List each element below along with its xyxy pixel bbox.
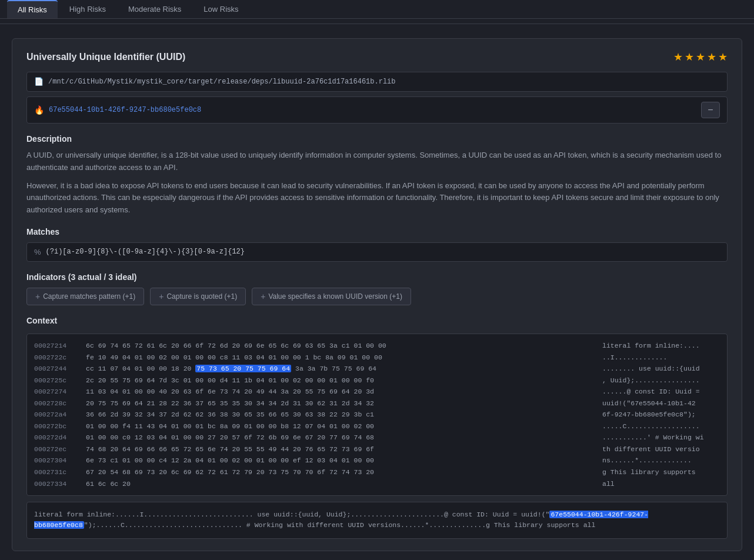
hex-addr-3: 0002725c	[34, 375, 81, 386]
hex-addr-1: 0002722c	[34, 352, 81, 364]
tab-high-risks[interactable]: High Risks	[59, 0, 116, 18]
star-rating: ★ ★ ★ ★ ★	[673, 51, 728, 64]
hex-ascii-2: ........ use uuid::{uuid	[602, 363, 720, 375]
card-title: Universally Unique Identifier (UUID)	[26, 52, 185, 62]
hex-ascii-1: ..I.............	[602, 352, 720, 364]
hex-line-7: 000272bc 01 00 00 f4 11 43 04 01 00 01 b…	[34, 421, 720, 432]
hex-line-9: 000272ec 74 68 20 64 69 66 66 65 72 65 6…	[34, 444, 720, 455]
hex-highlight: 75 73 65 20 75 75 69 64	[195, 365, 291, 372]
regex-row: % (?i)[a-z0-9]{8}\-([0-9a-z]{4}\-){3}[0-…	[26, 242, 728, 262]
card-header: Universally Unique Identifier (UUID) ★ ★…	[26, 51, 728, 64]
star-4: ★	[707, 51, 716, 64]
indicator-label-0: Capture matches pattern (+1)	[43, 292, 135, 301]
hex-bytes-10: 6e 73 c1 01 00 00 c4 12 2a 04 01 00 02 0…	[86, 455, 598, 466]
indicator-label-2: Value specifies a known UUID version (+1…	[268, 292, 402, 301]
hex-addr-8: 000272d4	[34, 432, 81, 444]
hex-ascii-8: ...........' # Working wi	[602, 432, 720, 444]
context-text-area: literal form inline:......I.............…	[26, 502, 728, 539]
hex-ascii-0: literal form inline:....	[602, 340, 720, 352]
plus-icon-1: +	[159, 292, 164, 301]
hex-line-4: 00027274 11 03 04 01 00 00 40 20 63 6f 6…	[34, 386, 720, 398]
tabs-bar: All Risks High Risks Moderate Risks Low …	[0, 0, 754, 19]
file-path-row: 📄 /mnt/c/GitHub/Mystik/mystik_core/targe…	[26, 72, 728, 92]
hex-line-8: 000272d4 01 00 00 c0 12 03 04 01 00 00 2…	[34, 432, 720, 444]
indicator-btn-1[interactable]: + Capture is quoted (+1)	[150, 288, 246, 305]
context-text-before: literal form inline:......I.............…	[34, 511, 549, 518]
hex-bytes-7: 01 00 00 f4 11 43 04 01 00 01 bc 8a 09 0…	[86, 421, 598, 432]
hex-line-11: 0002731c 67 20 54 68 69 73 20 6c 69 62 7…	[34, 466, 720, 478]
hex-ascii-11: g This library supports	[602, 466, 720, 478]
hex-line-6: 000272a4 36 66 2d 39 32 34 37 2d 62 62 3…	[34, 409, 720, 421]
hex-ascii-6: 6f-9247-bb680e5fe0c8");	[602, 409, 720, 421]
hex-ascii-4: ......@ const ID: Uuid =	[602, 386, 720, 398]
hex-ascii-3: , Uuid};................	[602, 375, 720, 386]
description-text-2: However, it is a bad idea to expose API …	[26, 180, 728, 216]
file-icon: 📄	[34, 77, 44, 86]
uuid-content: 🔥 67e55044-10b1-426f-9247-bb680e5fe0c8	[34, 105, 201, 115]
tab-low-risks[interactable]: Low Risks	[193, 0, 249, 18]
description-text-1: A UUID, or universally unique identifier…	[26, 149, 728, 174]
description-heading: Description	[26, 134, 728, 144]
hex-bytes-6: 36 66 2d 39 32 34 37 2d 62 62 36 38 30 6…	[86, 409, 598, 421]
uuid-card: Universally Unique Identifier (UUID) ★ ★…	[12, 38, 742, 551]
hex-line-0: 00027214 6c 69 74 65 72 61 6c 20 66 6f 7…	[34, 340, 720, 352]
indicator-btn-2[interactable]: + Value specifies a known UUID version (…	[252, 288, 411, 305]
hex-line-1: 0002722c fe 10 49 04 01 00 02 00 01 00 0…	[34, 352, 720, 364]
plus-icon-0: +	[35, 292, 40, 301]
hex-addr-0: 00027214	[34, 340, 81, 352]
hex-bytes-1: fe 10 49 04 01 00 02 00 01 00 00 c8 11 0…	[86, 352, 598, 364]
divider	[0, 24, 754, 24]
indicator-btn-0[interactable]: + Capture matches pattern (+1)	[26, 288, 144, 305]
hex-line-3: 0002725c 2c 20 55 75 69 64 7d 3c 01 00 0…	[34, 375, 720, 386]
uuid-row: 🔥 67e55044-10b1-426f-9247-bb680e5fe0c8 −	[26, 96, 728, 124]
context-hex-container: 00027214 6c 69 74 65 72 61 6c 20 66 6f 7…	[26, 334, 728, 496]
hex-bytes-4: 11 03 04 01 00 00 40 20 63 6f 6e 73 74 2…	[86, 386, 598, 398]
indicators-heading: Indicators (3 actual / 3 ideal)	[26, 272, 728, 282]
plus-icon-2: +	[261, 292, 265, 301]
hex-line-2: 00027244 cc 11 07 04 01 00 00 18 20 75 7…	[34, 363, 720, 375]
hex-bytes-9: 74 68 20 64 69 66 66 65 72 65 6e 74 20 5…	[86, 444, 598, 455]
hex-bytes-12: 61 6c 6c 20	[86, 478, 598, 490]
hex-ascii-10: ns......*.............	[602, 455, 720, 466]
hex-addr-11: 0002731c	[34, 466, 81, 478]
hex-addr-7: 000272bc	[34, 421, 81, 432]
indicator-label-1: Capture is quoted (+1)	[166, 292, 237, 301]
flame-icon: 🔥	[34, 105, 44, 115]
regex-icon: %	[34, 248, 41, 256]
uuid-value: 67e55044-10b1-426f-9247-bb680e5fe0c8	[49, 106, 201, 114]
file-path: /mnt/c/GitHub/Mystik/mystik_core/target/…	[48, 78, 396, 86]
tab-moderate-risks[interactable]: Moderate Risks	[118, 0, 192, 18]
hex-addr-2: 00027244	[34, 363, 81, 375]
hex-addr-12: 00027334	[34, 478, 81, 490]
hex-addr-10: 00027304	[34, 455, 81, 466]
hex-line-12: 00027334 61 6c 6c 20 all	[34, 478, 720, 490]
hex-addr-9: 000272ec	[34, 444, 81, 455]
hex-addr-6: 000272a4	[34, 409, 81, 421]
hex-ascii-12: all	[602, 478, 720, 490]
hex-addr-5: 0002728c	[34, 398, 81, 409]
hex-bytes-2: cc 11 07 04 01 00 00 18 20 75 73 65 20 7…	[86, 363, 598, 375]
hex-bytes-11: 67 20 54 68 69 73 20 6c 69 62 72 61 72 7…	[86, 466, 598, 478]
tab-all-risks[interactable]: All Risks	[7, 0, 58, 18]
hex-line-10: 00027304 6e 73 c1 01 00 00 c4 12 2a 04 0…	[34, 455, 720, 466]
hex-bytes-3: 2c 20 55 75 69 64 7d 3c 01 00 00 d4 11 1…	[86, 375, 598, 386]
hex-bytes-8: 01 00 00 c0 12 03 04 01 00 00 27 20 57 6…	[86, 432, 598, 444]
hex-ascii-9: th different UUID versio	[602, 444, 720, 455]
star-5: ★	[718, 51, 728, 64]
hex-line-5: 0002728c 20 75 75 69 64 21 28 22 36 37 6…	[34, 398, 720, 409]
hex-ascii-5: uuid!("67e55044-10b1-42	[602, 398, 720, 409]
hex-ascii-7: .....C..................	[602, 421, 720, 432]
star-1: ★	[673, 51, 683, 64]
hex-addr-4: 00027274	[34, 386, 81, 398]
minus-button[interactable]: −	[701, 102, 720, 118]
matches-heading: Matches	[26, 227, 728, 236]
star-2: ★	[685, 51, 694, 64]
hex-bytes-5: 20 75 75 69 64 21 28 22 36 37 65 35 35 3…	[86, 398, 598, 409]
main-content: Universally Unique Identifier (UUID) ★ ★…	[0, 29, 754, 560]
regex-pattern: (?i)[a-z0-9]{8}\-([0-9a-z]{4}\-){3}[0-9a…	[46, 248, 245, 256]
star-3: ★	[696, 51, 705, 64]
hex-bytes-0: 6c 69 74 65 72 61 6c 20 66 6f 72 6d 20 6…	[86, 340, 598, 352]
context-heading: Context	[26, 316, 728, 325]
indicators-list: + Capture matches pattern (+1) + Capture…	[26, 288, 728, 305]
context-text-after: ");......C............................. …	[84, 521, 596, 529]
